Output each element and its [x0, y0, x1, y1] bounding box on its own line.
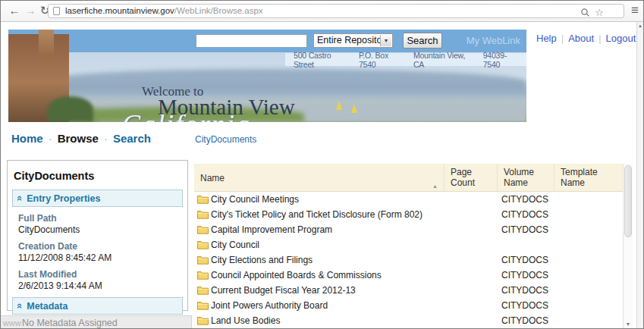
row-volume-name: CITYDOCS: [501, 270, 548, 280]
site-banner: Entire Repository ▼ Search My WebLink 50…: [8, 30, 526, 122]
entry-properties-header[interactable]: «Entry Properties: [12, 190, 183, 207]
row-volume-name: CITYDOCS: [501, 255, 548, 265]
scroll-down-icon[interactable]: ▼: [624, 321, 633, 327]
dropdown-arrow-icon[interactable]: ▼: [380, 35, 391, 46]
status-bar: www No Metadata Assigned: [1, 315, 192, 329]
address-bar[interactable]: laserfiche.mountainview.gov/WebLink/Brow…: [48, 4, 624, 18]
table-scrollbar-thumb[interactable]: [624, 165, 632, 237]
search-input[interactable]: [196, 34, 307, 48]
search-button[interactable]: Search: [403, 33, 442, 49]
row-name[interactable]: City's Ticket Policy and Ticket Disclosu…: [211, 209, 423, 220]
column-header-page-count[interactable]: Page Count: [445, 164, 498, 191]
property-label: Full Path: [18, 213, 187, 224]
row-volume-name: CITYDOCS: [501, 224, 548, 235]
nav-separator: ·: [49, 132, 52, 145]
page-icon: [53, 7, 60, 15]
back-icon[interactable]: ←: [7, 3, 22, 18]
entry-properties-panel: CityDocuments «Entry Properties Full Pat…: [7, 160, 188, 311]
collapse-icon: «: [14, 303, 26, 309]
url-host: laserfiche.mountainview.gov: [65, 6, 174, 15]
table-row[interactable]: City Council MeetingsCITYDOCS: [194, 192, 623, 207]
folder-icon: [197, 240, 209, 249]
row-name[interactable]: Joint Powers Authority Board: [211, 300, 328, 311]
row-name[interactable]: City Council: [211, 240, 259, 250]
entry-property: Creation Date11/12/2008 8:45:42 AM: [18, 241, 187, 263]
window-scrollbar[interactable]: ▲: [636, 22, 643, 328]
address-zip: 94039-7540: [483, 51, 522, 69]
row-volume-name: CITYDOCS: [501, 315, 548, 326]
entry-property: Full PathCityDocuments: [18, 213, 187, 235]
sidebar-title: CityDocuments: [14, 170, 187, 182]
table-header: Name ▲ Page Count Volume Name Template N…: [194, 164, 623, 192]
status-url-text: www: [3, 318, 21, 327]
row-name[interactable]: Current Budget Fiscal Year 2012-13: [211, 285, 356, 296]
nav-browse-current[interactable]: Browse: [58, 132, 99, 145]
table-row[interactable]: City's Ticket Policy and Ticket Disclosu…: [194, 207, 623, 222]
table-row[interactable]: Current Budget Fiscal Year 2012-13CITYDO…: [194, 283, 623, 298]
search-icon[interactable]: [580, 8, 590, 17]
banner-tower: [39, 30, 54, 55]
row-volume-name: CITYDOCS: [501, 209, 548, 220]
browser-window: ← → ↻ laserfiche.mountainview.gov/WebLin…: [0, 0, 644, 329]
property-value: 11/12/2008 8:45:42 AM: [18, 252, 187, 263]
row-name[interactable]: City Elections and Filings: [211, 255, 313, 265]
column-header-name[interactable]: Name ▲: [194, 164, 445, 191]
row-volume-name: CITYDOCS: [501, 194, 548, 205]
breadcrumb[interactable]: CityDocuments: [195, 134, 256, 145]
banner-address: 500 Castro Street P.O. Box 7540 Mountain…: [285, 53, 526, 66]
folder-icon: [197, 209, 209, 219]
row-name[interactable]: City Council Meetings: [211, 194, 299, 205]
nav-separator: ·: [104, 132, 108, 145]
entry-property: Last Modified2/6/2013 9:14:44 AM: [18, 269, 187, 291]
no-metadata-text: No Metadata Assigned: [22, 318, 118, 328]
collapse-icon: «: [14, 196, 26, 201]
folder-icon: [197, 315, 209, 325]
folder-icon: [197, 300, 209, 310]
banner-blue-bar: Entire Repository ▼ Search My WebLink: [8, 30, 526, 52]
folder-icon: [197, 285, 209, 295]
entry-properties-label: Entry Properties: [27, 193, 100, 204]
table-row[interactable]: Land Use BodiesCITYDOCS: [194, 313, 623, 328]
table-row[interactable]: Capital Improvement ProgramCITYDOCS: [194, 222, 623, 237]
folder-icon: [197, 270, 209, 280]
column-header-volume-name[interactable]: Volume Name: [498, 164, 554, 191]
folder-icon: [197, 255, 209, 265]
my-weblink-link[interactable]: My WebLink: [467, 35, 520, 46]
banner-script-text: California: [122, 108, 251, 122]
column-label: Name: [561, 177, 623, 188]
bookmark-star-icon[interactable]: ☆: [595, 6, 604, 19]
account-links: Help|About|Logout: [532, 33, 640, 44]
column-label: Volume: [504, 167, 554, 177]
table-row[interactable]: City Council: [194, 237, 623, 252]
column-name-label: Name: [200, 173, 225, 183]
menu-icon[interactable]: ≡: [631, 3, 639, 18]
metadata-header[interactable]: «Metadata: [12, 297, 183, 315]
column-header-template-name[interactable]: Template Name: [554, 164, 623, 191]
repository-dropdown-value: Entire Repository: [317, 35, 390, 45]
table-row[interactable]: Council Appointed Boards & CommissionsCI…: [194, 268, 623, 283]
help-link[interactable]: Help: [536, 33, 557, 44]
forward-icon[interactable]: →: [23, 3, 38, 18]
scroll-up-icon[interactable]: ▲: [637, 24, 643, 28]
column-label: Count: [451, 177, 497, 188]
about-link[interactable]: About: [568, 33, 594, 44]
link-separator: |: [598, 33, 601, 44]
property-value: 2/6/2013 9:14:44 AM: [18, 280, 187, 291]
nav-home-link[interactable]: Home: [11, 132, 43, 145]
nav-search-link[interactable]: Search: [113, 132, 151, 145]
row-volume-name: CITYDOCS: [501, 300, 548, 311]
table-row[interactable]: City Elections and FilingsCITYDOCS: [194, 252, 623, 268]
folder-icon: [197, 194, 209, 204]
table-row[interactable]: Joint Powers Authority BoardCITYDOCS: [194, 298, 623, 313]
table-rows: City Council MeetingsCITYDOCSCity's Tick…: [194, 192, 623, 328]
row-name[interactable]: Land Use Bodies: [211, 315, 280, 326]
table-scrollbar[interactable]: ▼: [623, 164, 633, 328]
property-label: Last Modified: [18, 269, 187, 280]
address-pobox: P.O. Box 7540: [359, 51, 405, 69]
row-name[interactable]: Capital Improvement Program: [211, 224, 332, 235]
logout-link[interactable]: Logout: [606, 33, 636, 44]
row-name[interactable]: Council Appointed Boards & Commissions: [211, 270, 382, 280]
repository-dropdown[interactable]: Entire Repository ▼: [313, 33, 393, 48]
banner-trees: [48, 96, 93, 122]
address-street: 500 Castro Street: [294, 51, 350, 69]
